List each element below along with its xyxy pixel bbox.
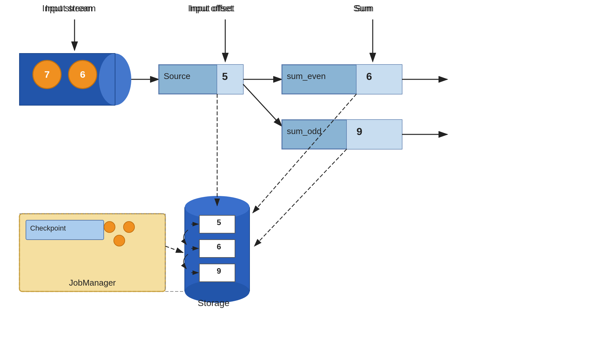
diagram-container: Input stream Input offset Sum 7 6 Source…: [0, 0, 597, 364]
svg-rect-16: [357, 65, 402, 94]
arrows-overlay: [0, 0, 597, 364]
svg-point-24: [185, 196, 250, 219]
input-offset-heading: Input offset: [190, 3, 234, 14]
source-label: Source: [164, 71, 190, 81]
svg-line-40: [165, 246, 183, 253]
svg-rect-21: [347, 120, 402, 149]
input-stream-heading: Input stream: [45, 3, 96, 14]
source-value: 5: [222, 71, 228, 83]
sum-even-label: sum_even: [287, 71, 326, 81]
svg-line-38: [253, 94, 357, 213]
svg-rect-12: [217, 65, 243, 94]
checkpoint-label: Checkpoint: [30, 224, 66, 233]
checkpoint-circle-2: [123, 221, 135, 233]
storage-value-9: 9: [210, 267, 228, 276]
svg-point-7: [99, 53, 131, 105]
stream-value-6: 6: [68, 60, 97, 89]
checkpoint-circle-1: [104, 221, 115, 233]
jobmanager-label: JobManager: [19, 278, 165, 288]
sum-heading: Sum: [355, 3, 374, 14]
sum-odd-label: sum_odd: [287, 126, 322, 136]
stream-value-7: 7: [32, 60, 62, 89]
checkpoint-circle-3: [113, 235, 125, 246]
sum-even-value: 6: [366, 71, 372, 83]
sum-odd-value: 9: [357, 126, 362, 138]
svg-line-18: [243, 84, 282, 126]
storage-value-5: 5: [210, 218, 228, 227]
svg-line-39: [254, 149, 347, 246]
storage-label: Storage: [198, 298, 229, 308]
storage-value-6: 6: [210, 242, 228, 251]
